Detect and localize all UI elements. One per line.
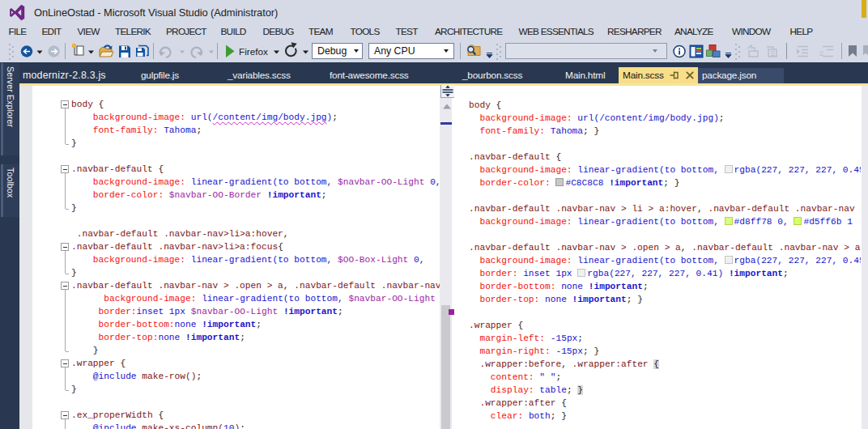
svg-text:2: 2 xyxy=(819,49,823,57)
